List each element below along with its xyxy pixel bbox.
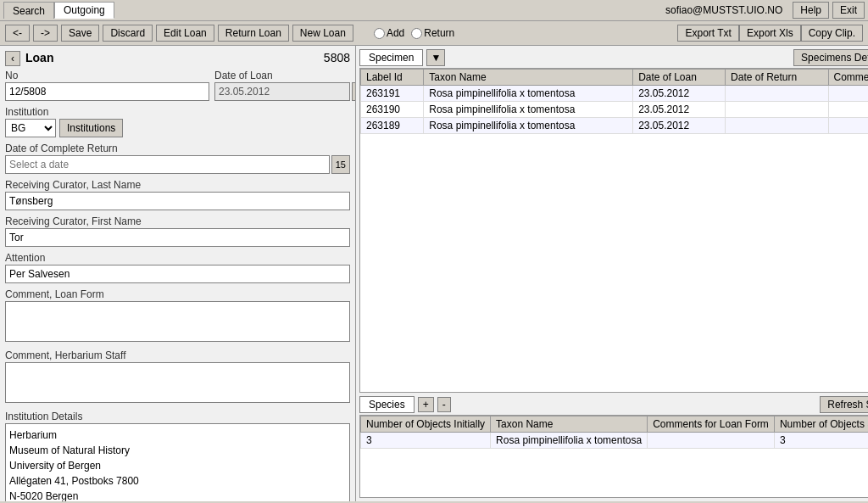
institution-details-group: Institution Details Herbarium Museum of … [5,411,350,501]
institutions-button[interactable]: Institutions [59,119,123,137]
specimen-tab[interactable]: Specimen [359,49,423,66]
comment-loan-textarea[interactable] [5,301,350,342]
attention-input[interactable] [5,265,350,283]
date-complete-return-label: Date of Complete Return [5,143,350,154]
no-group: No [5,70,209,101]
user-label: sofiao@MUSTST.UIO.NO [665,4,782,16]
export-xls-button[interactable]: Export Xls [739,25,801,42]
radio-add-item[interactable]: Add [374,27,404,39]
specimen-section: Specimen ▼ Specimens Details Txt Label I… [359,49,868,393]
date_of_loan: 23.05.2012 [633,102,726,118]
comment-loan-group: Comment, Loan Form [5,288,350,344]
back-button[interactable]: <- [5,25,30,42]
col-comments: Comments [828,70,868,86]
table-row[interactable]: 263190Rosa pimpinellifolia x tomentosa23… [361,102,869,118]
comments [648,433,775,449]
specimen-details-btn[interactable]: Specimens Details Txt [793,49,868,66]
table-row[interactable]: 263189Rosa pimpinellifolia x tomentosa23… [361,118,869,134]
inst-line-4: Allégaten 41, Postboks 7800 [9,473,346,489]
specimen-dropdown[interactable]: ▼ [426,49,445,66]
copy-clip-button[interactable]: Copy Clip. [801,25,863,42]
comments [828,86,868,102]
taxon_name: Rosa pimpinellifolia x tomentosa [424,118,633,134]
inst-line-1: Herbarium [9,428,346,443]
radio-return-label: Return [424,27,454,39]
exit-button[interactable]: Exit [832,2,865,19]
date-of-loan-picker[interactable]: 15 [352,82,356,101]
save-button[interactable]: Save [61,25,99,42]
species-table-container: Number of Objects Initially Taxon Name C… [359,415,868,498]
comments [828,102,868,118]
num_initially: 3 [361,433,491,449]
date-complete-return-input[interactable] [5,155,330,174]
table-row[interactable]: 3Rosa pimpinellifolia x tomentosa3 [361,433,869,449]
date_of_return [726,102,828,118]
help-button[interactable]: Help [793,2,829,19]
species-table: Number of Objects Initially Taxon Name C… [360,416,868,449]
radio-return[interactable] [411,28,422,39]
institution-row: BG Institutions [5,119,350,137]
col-date-of-return: Date of Return [726,70,828,86]
edit-loan-button[interactable]: Edit Loan [156,25,214,42]
collapse-arrow[interactable]: ‹ [5,51,20,66]
comment-herb-textarea[interactable] [5,362,350,403]
tab-outgoing[interactable]: Outgoing [54,2,114,19]
receiving-curator-last-label: Receiving Curator, Last Name [5,179,350,191]
inst-line-2: Museum of Natural History [9,443,346,458]
comments [828,118,868,134]
date-of-loan-label: Date of Loan [214,70,350,81]
species-section: Species + - Refresh Species Number of Ob… [359,396,868,498]
num_still_out: 3 [774,433,868,449]
refresh-species-btn[interactable]: Refresh Species [820,396,868,413]
date-of-loan-input[interactable] [214,82,350,101]
title-bar-right: sofiao@MUSTST.UIO.NO Help Exit [665,2,865,19]
institution-details-label: Institution Details [5,411,350,422]
new-loan-button[interactable]: New Loan [292,25,353,42]
forward-button[interactable]: -> [33,25,58,42]
radio-return-item[interactable]: Return [411,27,454,39]
label_id: 263189 [361,118,424,134]
title-bar: Search Outgoing sofiao@MUSTST.UIO.NO Hel… [0,0,868,21]
taxon_name: Rosa pimpinellifolia x tomentosa [424,86,633,102]
col-num-initially: Number of Objects Initially [361,416,491,433]
radio-group: Add Return [374,27,454,39]
tab-search[interactable]: Search [3,2,54,19]
species-minus-button[interactable]: - [437,397,451,412]
left-panel: ‹ Loan 5808 No Date of Loan 15 Instituti… [0,46,356,501]
loan-number: 5808 [324,51,350,64]
specimen-table: Label Id Taxon Name Date of Loan Date of… [360,69,868,134]
receiving-curator-last-input[interactable] [5,192,350,210]
col-num-still-out: Number of Objects Still Out [774,416,868,433]
institution-select[interactable]: BG [5,119,56,137]
date-of-loan-group: Date of Loan 15 [214,70,350,101]
institution-label: Institution [5,106,350,118]
discard-button[interactable]: Discard [103,25,153,42]
table-row[interactable]: 263191Rosa pimpinellifolia x tomentosa23… [361,86,869,102]
return-loan-button[interactable]: Return Loan [218,25,289,42]
taxon_name: Rosa pimpinellifolia x tomentosa [491,433,648,449]
species-plus-button[interactable]: + [418,397,434,412]
tab-bar: Search Outgoing [3,2,114,19]
col-taxon-name: Taxon Name [424,70,633,86]
comment-herb-label: Comment, Herbarium Staff [5,349,350,361]
loan-title: Loan [25,51,53,64]
inst-line-3: University of Bergen [9,458,346,473]
species-tab[interactable]: Species [359,396,415,413]
no-input[interactable] [5,82,209,101]
attention-group: Attention [5,252,350,283]
export-txt-button[interactable]: Export Txt [677,25,738,42]
right-panel: Specimen ▼ Specimens Details Txt Label I… [356,46,868,501]
specimen-table-header: Label Id Taxon Name Date of Loan Date of… [361,70,869,86]
date_of_loan: 23.05.2012 [633,118,726,134]
col-date-of-loan: Date of Loan [633,70,726,86]
date-complete-return-picker[interactable]: 15 [331,155,350,174]
taxon_name: Rosa pimpinellifolia x tomentosa [424,102,633,118]
date_of_return [726,86,828,102]
date-complete-return-row: 15 [5,155,350,174]
radio-add[interactable] [374,28,385,39]
label_id: 263191 [361,86,424,102]
radio-add-label: Add [387,27,404,39]
main-content: ‹ Loan 5808 No Date of Loan 15 Instituti… [0,46,868,501]
label_id: 263190 [361,102,424,118]
receiving-curator-first-input[interactable] [5,228,350,247]
